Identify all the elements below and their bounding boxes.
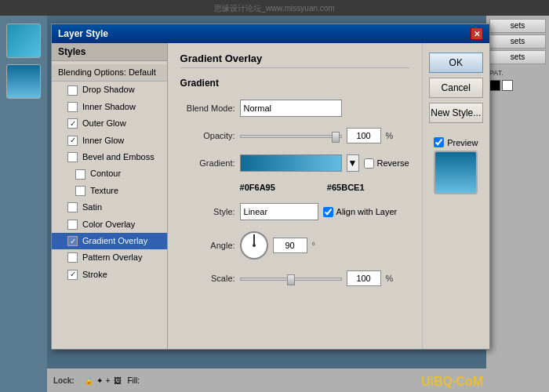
sidebar-item-texture[interactable]: Texture	[52, 183, 167, 199]
pattern-overlay-checkbox[interactable]	[67, 252, 78, 263]
gradient-row: Gradient: ▼ Reverse	[180, 154, 409, 172]
reverse-label: Reverse	[377, 158, 409, 168]
gradient-dropdown-wrapper: ▼	[347, 154, 359, 172]
style-list: Blending Options: Default Drop Shadow In…	[52, 61, 167, 349]
style-row: Style: Linear Radial Angle Reflected Dia…	[180, 203, 409, 220]
align-label: Align with Layer	[336, 207, 398, 216]
contour-checkbox[interactable]	[75, 169, 85, 180]
angle-input[interactable]	[273, 238, 307, 253]
preview-label: Preview	[447, 138, 478, 147]
sidebar-item-satin[interactable]: Satin	[52, 199, 167, 216]
panel-btn-1[interactable]: sets	[489, 19, 546, 33]
scale-slider[interactable]	[240, 278, 342, 281]
preview-section: Preview	[429, 137, 483, 194]
hex-colors-row: #0F6A95 #65BCE1	[240, 183, 409, 192]
lock-icon: 🔒	[84, 376, 93, 385]
bevel-emboss-checkbox[interactable]	[67, 152, 78, 162]
cancel-button[interactable]: Cancel	[429, 78, 483, 98]
outer-glow-label: Outer Glow	[82, 118, 126, 129]
top-bar: 思缘设计论坛_www.missyuan.com	[0, 0, 549, 16]
sidebar-item-inner-glow[interactable]: ✓ Inner Glow	[52, 132, 167, 149]
ok-button[interactable]: OK	[429, 53, 483, 73]
preview-checkbox[interactable]	[434, 137, 444, 147]
dialog-title-bar: Layer Style ✕	[52, 24, 489, 43]
blend-mode-select[interactable]: Normal Dissolve Multiply Screen Overlay	[240, 100, 342, 117]
inner-shadow-label: Inner Shadow	[82, 101, 136, 113]
sidebar-item-outer-glow[interactable]: ✓ Outer Glow	[52, 115, 167, 132]
drop-shadow-label: Drop Shadow	[82, 84, 135, 96]
pat-label: PAT.	[489, 69, 546, 77]
sidebar-item-stroke[interactable]: ✓ Stroke	[52, 267, 167, 283]
right-panel: sets sets sets PAT.	[486, 16, 549, 392]
left-panel	[0, 16, 47, 392]
styles-header: Styles	[52, 43, 167, 61]
layer-style-dialog: Layer Style ✕ Styles Blending Options: D…	[51, 24, 490, 350]
panel-btn-3[interactable]: sets	[489, 50, 546, 64]
opacity-label: Opacity:	[180, 131, 235, 140]
sidebar-item-gradient-overlay[interactable]: ✓ Gradient Overlay	[52, 233, 167, 249]
drop-shadow-checkbox[interactable]	[67, 85, 78, 96]
style-select[interactable]: Linear Radial Angle Reflected Diamond	[240, 203, 318, 220]
angle-label: Angle:	[180, 241, 235, 250]
scale-row: Scale: %	[180, 270, 409, 286]
lock-icons: 🔒 ✦ + 🖼	[84, 376, 122, 385]
hex-left: #0F6A95	[240, 183, 275, 192]
blend-mode-row: Blend Mode: Normal Dissolve Multiply Scr…	[180, 100, 409, 117]
dialog-body: Styles Blending Options: Default Drop Sh…	[52, 43, 489, 349]
opacity-thumb[interactable]	[332, 132, 340, 143]
sidebar-item-pattern-overlay[interactable]: Pattern Overlay	[52, 249, 167, 266]
texture-label: Texture	[90, 185, 118, 197]
angle-unit: °	[312, 241, 315, 250]
stroke-label: Stroke	[82, 269, 107, 281]
scale-thumb[interactable]	[287, 274, 295, 285]
align-checkbox[interactable]	[323, 207, 333, 217]
section-title: Gradient Overlay	[180, 53, 409, 68]
stroke-checkbox[interactable]: ✓	[67, 270, 78, 280]
contour-label: Contour	[90, 168, 121, 180]
preview-check: Preview	[434, 137, 478, 147]
inner-shadow-checkbox[interactable]	[67, 102, 78, 112]
satin-checkbox[interactable]	[67, 202, 78, 212]
satin-label: Satin	[82, 201, 102, 213]
scale-input[interactable]	[347, 270, 381, 286]
swatch-white	[502, 80, 513, 91]
outer-glow-checkbox[interactable]: ✓	[67, 118, 78, 129]
blend-mode-label: Blend Mode:	[180, 103, 235, 113]
style-dropdown-wrapper: Linear Radial Angle Reflected Diamond	[240, 203, 318, 220]
reverse-check: Reverse	[364, 158, 409, 169]
dialog-title: Layer Style	[58, 28, 108, 39]
lock-icon-4: 🖼	[114, 376, 122, 385]
pattern-overlay-label: Pattern Overlay	[82, 252, 142, 263]
opacity-slider[interactable]	[240, 135, 342, 138]
swatch-row	[489, 80, 546, 91]
sidebar-item-bevel-emboss[interactable]: Bevel and Emboss	[52, 149, 167, 165]
reverse-checkbox[interactable]	[364, 158, 374, 169]
inner-glow-checkbox[interactable]: ✓	[67, 136, 78, 146]
opacity-unit: %	[386, 131, 394, 140]
angle-dial[interactable]	[240, 231, 268, 260]
color-overlay-checkbox[interactable]	[67, 220, 78, 230]
panel-btn-2[interactable]: sets	[489, 34, 546, 49]
main-content: Gradient Overlay Gradient Blend Mode: No…	[168, 43, 422, 349]
opacity-input[interactable]	[347, 128, 381, 143]
sidebar-item-blending[interactable]: Blending Options: Default	[52, 64, 167, 82]
dial-line	[253, 234, 255, 245]
angle-row: Angle: °	[180, 231, 409, 260]
align-check: Align with Layer	[323, 207, 398, 217]
sidebar-item-contour[interactable]: Contour	[52, 165, 167, 182]
close-button[interactable]: ✕	[471, 27, 483, 40]
gradient-overlay-checkbox[interactable]: ✓	[67, 236, 78, 246]
watermark: 思缘设计论坛_www.missyuan.com	[214, 3, 334, 14]
sidebar-item-color-overlay[interactable]: Color Overlay	[52, 216, 167, 233]
sidebar-item-drop-shadow[interactable]: Drop Shadow	[52, 82, 167, 98]
gradient-dropdown-btn[interactable]: ▼	[347, 154, 359, 172]
new-style-button[interactable]: New Style...	[429, 103, 483, 123]
scale-label: Scale:	[180, 274, 235, 283]
preview-thumbnail	[434, 151, 478, 194]
hex-right: #65BCE1	[327, 183, 365, 192]
gradient-preview[interactable]	[240, 154, 342, 172]
texture-checkbox[interactable]	[75, 186, 85, 196]
thumbnail-1	[6, 24, 41, 58]
gradient-overlay-label: Gradient Overlay	[82, 235, 147, 247]
sidebar-item-inner-shadow[interactable]: Inner Shadow	[52, 99, 167, 115]
